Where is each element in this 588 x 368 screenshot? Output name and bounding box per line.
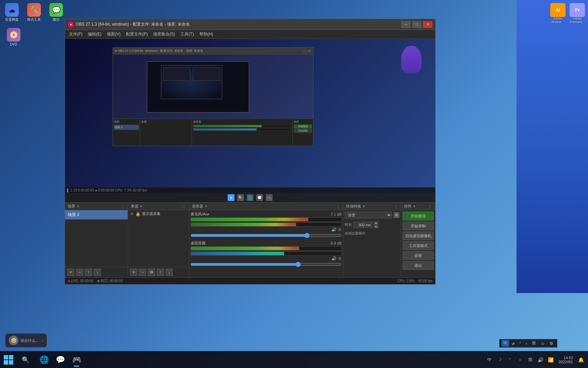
chat-text[interactable]: 说点什么... xyxy=(20,338,38,343)
taskbar-tray: 中 ☽ ° › 简 🔊 📶 14:52 2022/9/1 🔔 xyxy=(485,355,588,364)
scene-down-button[interactable]: ↓ xyxy=(94,269,101,276)
ime-eng-button[interactable]: ⌀ xyxy=(510,341,516,346)
start-stream-button[interactable]: 开始推流 xyxy=(403,212,434,220)
obs-title: OBS 27.1.3 (64-bit, windows) - 配置文件: 未命名… xyxy=(76,21,401,27)
desktop-icon-wechat[interactable]: 💬 微信 xyxy=(46,2,66,23)
tray-network-icon[interactable]: 🔊 xyxy=(536,355,545,364)
ime-settings-button[interactable]: ⚙ xyxy=(548,341,555,346)
preview-edge-icon[interactable]: 🌐 xyxy=(247,194,254,201)
source-controls: + − ⚙ ↑ ↓ xyxy=(128,267,189,277)
taskbar-edge-app[interactable]: 🌐 xyxy=(36,352,51,367)
studio-mode-button[interactable]: 工作室模式 xyxy=(403,241,434,250)
baidu-label: 百度网盘 xyxy=(5,18,19,22)
preview-chat-icon[interactable]: 💬 xyxy=(256,194,263,201)
start-button[interactable] xyxy=(0,351,17,368)
tray-volume-icon[interactable]: 📶 xyxy=(546,355,555,364)
ime-arrow-button[interactable]: › xyxy=(524,341,529,346)
desktop-icon-dvd[interactable]: 📀 DVD xyxy=(2,27,26,48)
duration-down-button[interactable]: ▼ xyxy=(374,225,378,228)
moon-icon: ☽ xyxy=(497,357,502,362)
source-col-menu[interactable]: ⋮ xyxy=(182,204,186,209)
tray-ime-chinese[interactable]: 中 xyxy=(485,355,494,364)
menu-profile[interactable]: 配置文件(P) xyxy=(123,31,150,38)
tray-degree[interactable]: ° xyxy=(505,355,514,364)
ime-simple-button[interactable]: 简 xyxy=(530,340,538,347)
mixer-desktop-mute[interactable]: 🔊 xyxy=(331,256,337,261)
pr-app-label: AdobePremiere... xyxy=(570,17,585,24)
obs-statusbar: LIVE: 00:00:00 REC: 00:00:00 CPU: 2.8% 6… xyxy=(65,277,435,284)
mixer-col-menu[interactable]: ⋮ xyxy=(336,204,340,209)
desktop-icon-format[interactable]: 🔧 格式工具 xyxy=(24,2,44,23)
ime-emoji-button[interactable]: ☺ xyxy=(539,341,546,346)
ai-label: Ai xyxy=(555,7,560,13)
menu-tools[interactable]: 工具(T) xyxy=(178,31,196,38)
source-lock-icon[interactable]: 🔒 xyxy=(135,212,141,216)
fps-status: 60.00 fps xyxy=(419,279,432,283)
tray-arrow[interactable]: › xyxy=(516,355,524,364)
desktop-icon-baidu[interactable]: ☁ 百度网盘 xyxy=(2,2,22,23)
ime-zh-button[interactable]: 中 xyxy=(502,340,509,347)
source-down-button[interactable]: ↓ xyxy=(165,269,173,276)
source-col-icon: ▼ xyxy=(140,205,143,208)
mixer-desktop-fader[interactable] xyxy=(191,263,342,266)
add-source-button[interactable]: + xyxy=(130,269,137,276)
transition-col-header: 转场特效 ▼ ⋮ xyxy=(343,203,401,210)
menu-scenes[interactable]: 场景集合(S) xyxy=(150,31,178,38)
mixer-mic-fader[interactable] xyxy=(191,234,342,237)
menu-file[interactable]: 文件(F) xyxy=(66,31,85,38)
mixer-mic-mute[interactable]: 🔊 xyxy=(331,227,337,232)
minimize-button[interactable]: ─ xyxy=(401,21,411,28)
source-eye-icon[interactable]: 👁 xyxy=(130,212,134,216)
source-item-display[interactable]: 👁 🔒 显示器采集 xyxy=(128,210,189,217)
virtual-camera-button[interactable]: 启动虚拟摄像机 xyxy=(403,231,434,240)
mixer-col-header: 混音器 ▼ ⋮ xyxy=(189,203,343,210)
remove-scene-button[interactable]: − xyxy=(76,269,83,276)
controls-col-menu[interactable]: ⋮ xyxy=(428,204,432,209)
mixer-desktop-settings[interactable]: ⚙ xyxy=(338,256,342,261)
degree-icon: ° xyxy=(509,357,511,362)
mixer-mic-fill xyxy=(191,218,308,221)
taskbar-pinned-apps: 🌐 💬 🎮 xyxy=(34,352,87,367)
close-button[interactable]: ✕ xyxy=(423,21,432,28)
scene-item-1[interactable]: 场景 2 xyxy=(65,210,128,219)
transition-type-select[interactable]: 淡变 xyxy=(345,212,392,218)
adobe-illustrator-icon[interactable]: Ai AdobeIllustrat... xyxy=(549,2,567,24)
transition-settings-button[interactable]: ⚙ xyxy=(393,212,399,218)
transition-col-menu[interactable]: ⋮ xyxy=(394,204,398,209)
chat-close-button[interactable]: › xyxy=(42,338,43,343)
win-logo-q1 xyxy=(4,355,8,359)
mixer-mic-settings[interactable]: ⚙ xyxy=(338,227,342,232)
tray-simple[interactable]: 简 xyxy=(526,355,535,364)
exit-button[interactable]: 退出 xyxy=(403,261,434,270)
ime-degree-button[interactable]: ° xyxy=(518,341,523,346)
chat-bubble: 😊 说点什么... › xyxy=(5,333,47,348)
tray-time[interactable]: 14:52 2022/9/1 xyxy=(556,356,575,364)
taskbar-steam-app[interactable]: 🎮 xyxy=(69,352,84,367)
source-settings-button[interactable]: ⚙ xyxy=(148,269,155,276)
preview-search-icon[interactable]: 🔍 xyxy=(237,194,244,201)
taskbar-search-button[interactable]: 🔍 xyxy=(18,354,33,366)
add-scene-button[interactable]: + xyxy=(67,269,75,276)
rec-dot xyxy=(97,280,99,282)
remove-source-button[interactable]: − xyxy=(139,269,146,276)
maximize-button[interactable]: □ xyxy=(412,21,422,28)
tray-notification-icon[interactable]: 🔔 xyxy=(576,355,585,364)
preview-studio-icon[interactable]: ■ xyxy=(228,194,234,201)
tray-clock: 14:52 xyxy=(564,356,573,360)
adobe-premiere-icon[interactable]: Pr AdobePremiere... xyxy=(569,2,587,24)
duration-up-button[interactable]: ▲ xyxy=(374,221,378,225)
taskbar-wechat-app[interactable]: 💬 xyxy=(53,352,68,367)
menu-help[interactable]: 帮助(H) xyxy=(197,31,216,38)
source-up-button[interactable]: ↑ xyxy=(157,269,164,276)
settings-button[interactable]: 设置 xyxy=(403,251,434,260)
tray-ime-moon[interactable]: ☽ xyxy=(495,355,504,364)
mixer-mic-controls: 🔊 ⚙ xyxy=(191,227,342,232)
transition-duration-input[interactable] xyxy=(354,222,372,228)
preview-steam-icon[interactable]: 🎮 xyxy=(266,194,273,201)
top-right-apps: Ai AdobeIllustrat... Pr AdobePremiere... xyxy=(547,0,588,26)
scene-up-button[interactable]: ↑ xyxy=(85,269,92,276)
start-recording-button[interactable]: 开始录制 xyxy=(403,221,434,230)
scene-col-menu[interactable]: ⋮ xyxy=(121,204,125,209)
menu-edit[interactable]: 编辑(E) xyxy=(85,31,104,38)
menu-view[interactable]: 视图(V) xyxy=(104,31,123,38)
